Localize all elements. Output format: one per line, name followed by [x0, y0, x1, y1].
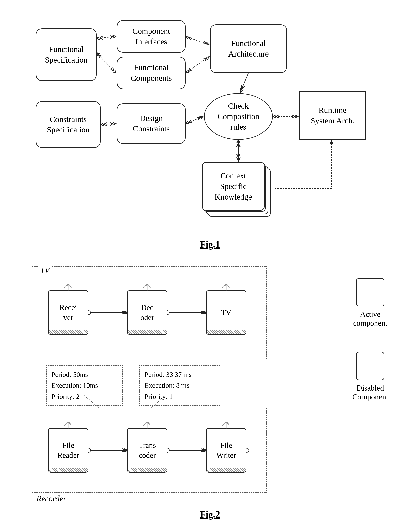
filewriter-hatch: [207, 468, 246, 472]
decoder-label: Dec oder: [140, 303, 154, 323]
active-component-label: Active component: [353, 310, 387, 328]
component-interfaces-box: Component Interfaces: [117, 20, 186, 53]
fig2-diagram: TV Recei ver Dec oder: [28, 262, 392, 505]
functional-specification-box: Functional Specification: [36, 28, 97, 81]
svg-line-7: [186, 57, 209, 73]
ci-label: Component Interfaces: [132, 26, 170, 47]
fig2-label: Fig.2: [16, 509, 404, 520]
disabled-component-label: Disabled Component: [352, 384, 388, 401]
transcoder-antenna-icon: [141, 418, 153, 429]
disabled-component-box: [356, 352, 384, 380]
tv-region-label: TV: [38, 265, 51, 275]
check-composition-rules-box: Check Composition rules: [204, 93, 273, 140]
receiver-hatch: [49, 330, 88, 334]
period2-text: Period: 33.37 ms Execution: 8 ms Priorit…: [145, 371, 191, 400]
dc-label: Design Constraints: [133, 113, 170, 134]
period1-text: Period: 50ms Execution: 10ms Priority: 2: [52, 371, 98, 400]
filereader-hatch: [49, 468, 88, 472]
figure2: TV Recei ver Dec oder: [16, 262, 404, 520]
tv-comp-label: TV: [221, 308, 232, 317]
receiver-antenna-icon: [62, 281, 74, 291]
fig1-diagram: Functional Specification Component Inter…: [28, 12, 392, 235]
ccr-label: Check Composition rules: [218, 101, 259, 132]
legend-area: Active component Disabled Component: [352, 278, 388, 401]
active-component-box: [356, 278, 384, 307]
receiver-box: Recei ver: [48, 290, 89, 335]
transcoder-box: Trans coder: [127, 428, 167, 473]
tv-antenna-icon: [220, 281, 232, 291]
svg-line-4: [97, 37, 116, 38]
constraints-specification-box: Constraints Specification: [36, 101, 101, 148]
filewriter-antenna-icon: [220, 418, 232, 429]
fc-label: Functional Components: [131, 62, 172, 83]
csk-label: Context Specific Knowledge: [215, 171, 252, 202]
receiver-label: Recei ver: [60, 303, 77, 323]
filereader-label: File Reader: [57, 440, 79, 461]
file-reader-box: File Reader: [48, 428, 89, 473]
decoder-box: Dec oder: [127, 290, 167, 335]
transcoder-hatch: [128, 468, 167, 472]
active-component-legend: Active component: [353, 278, 387, 328]
design-constraints-box: Design Constraints: [117, 103, 186, 144]
file-writer-box: File Writer: [206, 428, 247, 473]
fig1-label: Fig.1: [16, 239, 404, 250]
svg-line-5: [97, 53, 116, 73]
functional-components-box: Functional Components: [117, 57, 186, 89]
tv-box: TV: [206, 290, 247, 335]
runtime-system-arch-box: Runtime System Arch.: [299, 91, 366, 140]
cs-label: Constraints Specification: [47, 114, 90, 135]
functional-architecture-box: Functional Architecture: [210, 24, 287, 73]
period-box-1: Period: 50ms Execution: 10ms Priority: 2: [46, 365, 123, 406]
rsa-label: Runtime System Arch.: [311, 105, 354, 126]
svg-line-6: [186, 37, 209, 45]
fa-label: Functional Architecture: [228, 38, 269, 59]
disabled-component-legend: Disabled Component: [352, 352, 388, 401]
tv-hatch: [207, 330, 246, 334]
recorder-region-label: Recorder: [37, 494, 66, 503]
period-box-2: Period: 33.37 ms Execution: 8 ms Priorit…: [139, 365, 220, 406]
fs-label: Functional Specification: [45, 44, 88, 65]
transcoder-label: Trans coder: [139, 440, 156, 461]
filewriter-label: File Writer: [216, 440, 236, 461]
context-specific-knowledge-area: Context Specific Knowledge: [202, 162, 275, 221]
filereader-antenna-icon: [62, 418, 74, 429]
decoder-hatch: [128, 330, 167, 334]
decoder-antenna-icon: [141, 281, 153, 291]
svg-line-9: [101, 124, 116, 125]
svg-line-10: [186, 116, 203, 124]
figure1: Functional Specification Component Inter…: [16, 12, 404, 250]
svg-line-8: [240, 73, 248, 92]
